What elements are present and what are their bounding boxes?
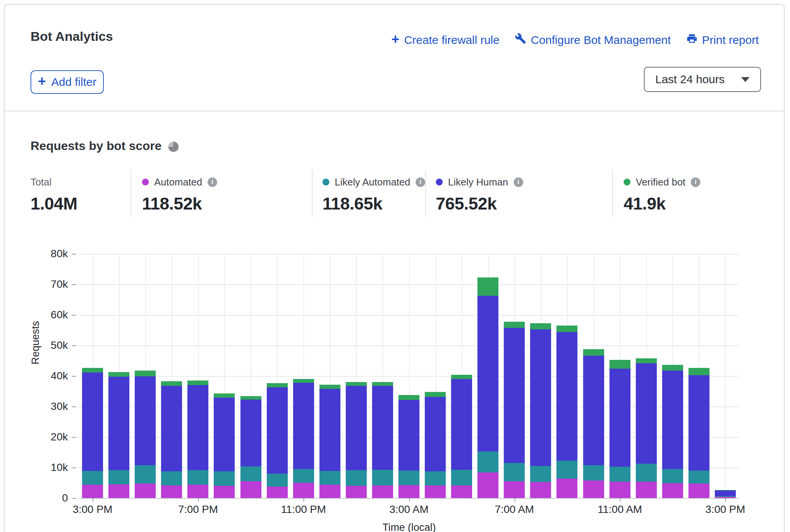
bar-segment-likely_automated — [530, 466, 551, 482]
bar-segment-likely_human — [530, 329, 551, 466]
create-firewall-rule-link[interactable]: + Create firewall rule — [392, 33, 500, 47]
bar[interactable] — [187, 380, 208, 498]
bar-segment-verified_bot — [609, 360, 630, 368]
bar[interactable] — [636, 358, 657, 498]
bar-segment-verified_bot — [662, 365, 683, 370]
bar-segment-likely_automated — [688, 471, 709, 484]
bar-segment-automated — [688, 484, 709, 498]
bar-segment-automated — [530, 482, 551, 498]
stat-likely-human-value: 765.52k — [436, 194, 523, 214]
bar-segment-automated — [425, 485, 446, 498]
bar-segment-likely_human — [187, 385, 208, 470]
bar[interactable] — [556, 326, 577, 498]
bar-segment-likely_human — [662, 371, 683, 469]
time-range-select[interactable]: Last 24 hours — [644, 67, 761, 92]
bar-segment-verified_bot — [451, 375, 472, 379]
bar-segment-likely_automated — [583, 465, 604, 480]
bar-segment-likely_automated — [477, 451, 498, 472]
bar[interactable] — [214, 393, 235, 498]
configure-bot-management-link[interactable]: Configure Bot Management — [515, 33, 671, 47]
info-icon[interactable]: i — [416, 177, 425, 187]
bar-segment-likely_human — [609, 369, 630, 467]
bar-segment-verified_bot — [504, 322, 525, 328]
bar[interactable] — [583, 349, 604, 498]
configure-bot-management-label: Configure Bot Management — [531, 34, 671, 47]
bar-segment-likely_automated — [372, 470, 393, 485]
y-tick-mark — [72, 284, 76, 285]
bar-segment-likely_human — [556, 332, 577, 461]
bar-segment-verified_bot — [240, 396, 261, 400]
bar[interactable] — [108, 372, 129, 498]
bar-segment-likely_automated — [267, 474, 288, 487]
bar-segment-verified_bot — [293, 379, 314, 383]
add-filter-button[interactable]: + Add filter — [31, 70, 104, 94]
bar-segment-likely_automated — [108, 470, 129, 484]
bar-segment-verified_bot — [135, 371, 156, 376]
x-tick-mark — [93, 498, 94, 502]
bar-segment-likely_human — [425, 397, 446, 471]
bar[interactable] — [425, 392, 446, 498]
bar-segment-likely_human — [267, 387, 288, 474]
print-report-link[interactable]: Print report — [686, 33, 759, 47]
requests-chart: Requests Time (local) 010k20k30k40k50k60… — [5, 250, 785, 532]
bot-analytics-card: Bot Analytics + Create firewall rule Con… — [4, 4, 785, 532]
bar[interactable] — [82, 368, 103, 498]
x-tick-label: 3:00 AM — [389, 503, 429, 516]
bar[interactable] — [372, 382, 393, 498]
bar[interactable] — [293, 379, 314, 498]
bar-segment-verified_bot — [108, 372, 129, 377]
bar[interactable] — [715, 490, 736, 498]
y-tick-label: 20k — [22, 431, 68, 443]
bar[interactable] — [267, 383, 288, 498]
bar-segment-automated — [636, 482, 657, 498]
bar[interactable] — [240, 396, 261, 498]
bar[interactable] — [346, 382, 367, 498]
section-title: Requests by bot score — [31, 139, 161, 153]
stat-likely-human-label: Likely Human — [448, 176, 508, 188]
stat-divider — [312, 170, 313, 217]
x-tick-label: 11:00 AM — [598, 503, 642, 516]
bar-segment-verified_bot — [556, 326, 577, 332]
bar-segment-likely_automated — [187, 470, 208, 485]
bar[interactable] — [504, 322, 525, 498]
bar-segment-automated — [240, 481, 261, 498]
bar[interactable] — [530, 323, 551, 498]
y-tick-mark — [72, 468, 76, 468]
stat-automated: Automated i 118.52k — [142, 176, 217, 214]
info-icon[interactable]: i — [208, 177, 217, 187]
stat-total-value: 1.04M — [31, 194, 77, 214]
x-tick-mark — [620, 498, 621, 502]
y-tick-mark — [72, 498, 76, 499]
bar[interactable] — [161, 381, 182, 498]
y-tick-mark — [72, 406, 76, 407]
y-tick-label: 70k — [22, 278, 68, 290]
bar-segment-likely_automated — [556, 461, 577, 479]
stat-verified-bot: Verified bot i 41.9k — [624, 176, 700, 214]
bar-segment-automated — [556, 479, 577, 498]
x-tick-label: 7:00 PM — [178, 503, 218, 516]
bar-segment-likely_automated — [346, 470, 367, 486]
bar-segment-verified_bot — [82, 368, 103, 372]
bar[interactable] — [662, 365, 683, 498]
bar[interactable] — [451, 375, 472, 498]
bar-segment-likely_automated — [609, 467, 630, 481]
bar-segment-likely_automated — [82, 471, 103, 485]
bar-segment-likely_human — [108, 377, 129, 470]
stat-likely-automated-label: Likely Automated — [335, 176, 410, 188]
bar[interactable] — [609, 360, 630, 498]
stat-automated-value: 118.52k — [142, 194, 217, 214]
bar[interactable] — [319, 385, 340, 498]
bar[interactable] — [688, 368, 709, 498]
stat-likely-automated-value: 118.65k — [322, 194, 425, 214]
plot-area — [79, 254, 738, 498]
bar-segment-likely_automated — [504, 463, 525, 481]
info-icon[interactable]: i — [691, 177, 700, 187]
y-tick-mark — [72, 437, 76, 438]
bar[interactable] — [135, 371, 156, 498]
info-icon[interactable]: i — [514, 177, 523, 187]
bar-segment-verified_bot — [530, 323, 551, 329]
x-axis-title: Time (local) — [382, 522, 436, 532]
bar-segment-automated — [398, 485, 419, 498]
bar[interactable] — [477, 277, 498, 498]
bar[interactable] — [398, 395, 419, 498]
